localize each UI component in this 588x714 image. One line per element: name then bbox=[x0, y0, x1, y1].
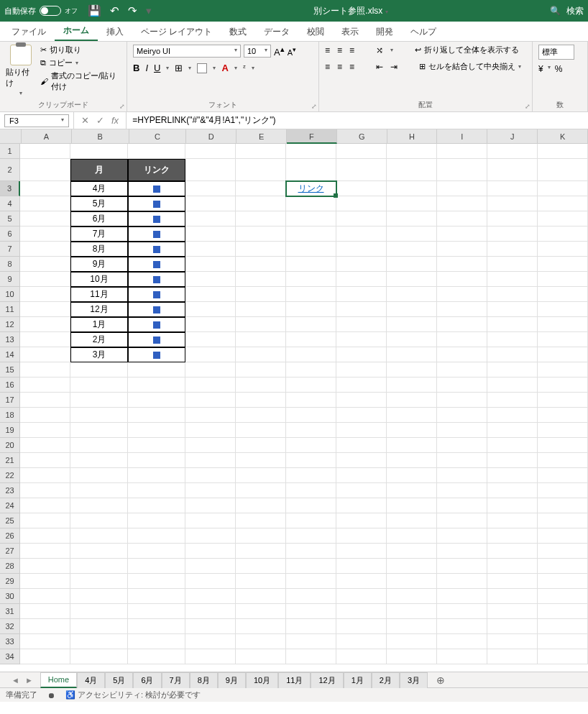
cell-E26[interactable] bbox=[236, 528, 286, 544]
cell-E28[interactable] bbox=[236, 559, 286, 574]
row-header-24[interactable]: 24 bbox=[0, 498, 20, 513]
cell-J23[interactable] bbox=[487, 483, 538, 498]
cell-K18[interactable] bbox=[538, 408, 588, 423]
sheet-prev-icon[interactable]: ◄ bbox=[12, 676, 19, 685]
cell-C22[interactable] bbox=[128, 468, 185, 483]
cell-E31[interactable] bbox=[236, 604, 286, 619]
cell-F2[interactable] bbox=[286, 159, 336, 181]
qat-dropdown-icon[interactable]: ▾ bbox=[146, 4, 152, 17]
cell-A4[interactable] bbox=[20, 196, 70, 211]
cell-B19[interactable] bbox=[70, 423, 128, 438]
cell-J26[interactable] bbox=[487, 528, 538, 544]
cell-E18[interactable] bbox=[236, 408, 286, 423]
cell-G15[interactable] bbox=[336, 362, 387, 377]
cell-D34[interactable] bbox=[185, 649, 236, 664]
cell-F24[interactable] bbox=[286, 498, 336, 513]
cell-K7[interactable] bbox=[538, 242, 588, 257]
name-box[interactable]: F3▾ bbox=[4, 114, 69, 127]
cell-D5[interactable] bbox=[185, 211, 236, 226]
cut-button[interactable]: ✂切り取り bbox=[40, 45, 121, 55]
cell-F29[interactable] bbox=[286, 574, 336, 589]
row-header-34[interactable]: 34 bbox=[0, 649, 20, 664]
cell-B20[interactable] bbox=[70, 438, 128, 453]
cell-H31[interactable] bbox=[387, 604, 437, 619]
cell-G7[interactable] bbox=[336, 242, 387, 257]
cell-E30[interactable] bbox=[236, 589, 286, 604]
cell-C24[interactable] bbox=[128, 498, 185, 513]
cell-K21[interactable] bbox=[538, 453, 588, 468]
cell-A26[interactable] bbox=[20, 528, 70, 544]
cell-F1[interactable] bbox=[286, 144, 336, 159]
cell-F10[interactable] bbox=[286, 287, 336, 302]
align-center-icon[interactable]: ≡ bbox=[337, 62, 342, 72]
formula-input[interactable]: =HYPERLINK("#"&"4月!A1","リンク") bbox=[127, 113, 588, 128]
cell-G32[interactable] bbox=[336, 619, 387, 634]
cell-K23[interactable] bbox=[538, 483, 588, 498]
cell-F17[interactable] bbox=[286, 393, 336, 408]
cell-G29[interactable] bbox=[336, 574, 387, 589]
cell-B8[interactable]: 9月 bbox=[70, 257, 128, 272]
cell-G18[interactable] bbox=[336, 408, 387, 423]
cell-J24[interactable] bbox=[487, 498, 538, 513]
cell-I15[interactable] bbox=[437, 362, 487, 377]
cell-E6[interactable] bbox=[236, 226, 286, 242]
cell-I20[interactable] bbox=[437, 438, 487, 453]
cell-J16[interactable] bbox=[487, 377, 538, 393]
tab-help[interactable]: ヘルプ bbox=[402, 23, 445, 41]
cell-J11[interactable] bbox=[487, 302, 538, 317]
cell-D3[interactable] bbox=[185, 181, 236, 196]
cell-I4[interactable] bbox=[437, 196, 487, 211]
link-icon[interactable] bbox=[153, 186, 160, 193]
cell-G24[interactable] bbox=[336, 498, 387, 513]
cell-A33[interactable] bbox=[20, 634, 70, 649]
sheet-tab-7月[interactable]: 7月 bbox=[162, 672, 190, 688]
cell-C25[interactable] bbox=[128, 513, 185, 528]
cell-J4[interactable] bbox=[487, 196, 538, 211]
cell-I21[interactable] bbox=[437, 453, 487, 468]
cell-C3[interactable] bbox=[128, 181, 185, 196]
cell-H15[interactable] bbox=[387, 362, 437, 377]
cell-F3[interactable]: リンク bbox=[286, 181, 336, 196]
cell-I16[interactable] bbox=[437, 377, 487, 393]
cell-C15[interactable] bbox=[128, 362, 185, 377]
tab-file[interactable]: ファイル bbox=[3, 23, 55, 41]
cell-D29[interactable] bbox=[185, 574, 236, 589]
cell-B23[interactable] bbox=[70, 483, 128, 498]
cell-I27[interactable] bbox=[437, 544, 487, 559]
phonetic-button[interactable]: ᶻ bbox=[243, 63, 246, 73]
cell-H33[interactable] bbox=[387, 634, 437, 649]
cell-K10[interactable] bbox=[538, 287, 588, 302]
cell-F27[interactable] bbox=[286, 544, 336, 559]
cell-H20[interactable] bbox=[387, 438, 437, 453]
sheet-tab-12月[interactable]: 12月 bbox=[311, 672, 343, 688]
tab-home[interactable]: ホーム bbox=[55, 22, 98, 41]
cell-C16[interactable] bbox=[128, 377, 185, 393]
row-header-15[interactable]: 15 bbox=[0, 362, 20, 377]
cell-E25[interactable] bbox=[236, 513, 286, 528]
cell-K9[interactable] bbox=[538, 272, 588, 287]
cell-B30[interactable] bbox=[70, 589, 128, 604]
cell-I10[interactable] bbox=[437, 287, 487, 302]
cell-G9[interactable] bbox=[336, 272, 387, 287]
cell-C14[interactable] bbox=[128, 347, 185, 362]
cell-K2[interactable] bbox=[538, 159, 588, 181]
cell-J15[interactable] bbox=[487, 362, 538, 377]
cell-A6[interactable] bbox=[20, 226, 70, 242]
link-icon[interactable] bbox=[153, 321, 160, 329]
cell-K5[interactable] bbox=[538, 211, 588, 226]
cell-I24[interactable] bbox=[437, 498, 487, 513]
decrease-font-icon[interactable]: A▾ bbox=[288, 45, 296, 57]
sheet-tab-5月[interactable]: 5月 bbox=[105, 672, 133, 688]
sheet-tab-6月[interactable]: 6月 bbox=[133, 672, 161, 688]
row-header-31[interactable]: 31 bbox=[0, 604, 20, 619]
cell-B32[interactable] bbox=[70, 619, 128, 634]
increase-indent-icon[interactable]: ⇥ bbox=[390, 62, 398, 72]
cell-C8[interactable] bbox=[128, 257, 185, 272]
cell-B21[interactable] bbox=[70, 453, 128, 468]
row-header-12[interactable]: 12 bbox=[0, 317, 20, 332]
row-header-7[interactable]: 7 bbox=[0, 242, 20, 257]
cell-A17[interactable] bbox=[20, 393, 70, 408]
cell-D7[interactable] bbox=[185, 242, 236, 257]
cell-J8[interactable] bbox=[487, 257, 538, 272]
cell-A13[interactable] bbox=[20, 332, 70, 347]
